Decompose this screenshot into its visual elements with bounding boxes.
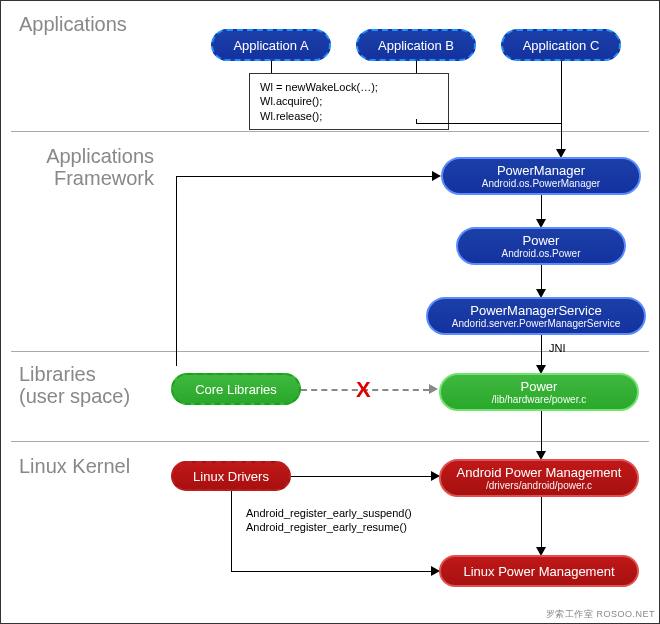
line-framework-down — [176, 176, 177, 366]
arrowhead-framework-pm — [432, 171, 441, 181]
line-appA-code — [271, 61, 272, 73]
watermark: 罗索工作室 ROSOO.NET — [546, 608, 655, 621]
line-libpower-apm — [541, 411, 542, 451]
divider-3 — [11, 441, 649, 442]
line-drivers-apm — [291, 476, 431, 477]
core-libraries-pill: Core Libraries — [171, 373, 301, 405]
app-a-pill: Application A — [211, 29, 331, 61]
line-apm-lpm — [541, 497, 542, 547]
code-box: Wl = newWakeLock(…); Wl.acquire(); Wl.re… — [249, 73, 449, 130]
linux-pm-pill: Linux Power Management — [439, 555, 639, 587]
line-framework-to-pm — [176, 176, 432, 177]
section-kernel: Linux Kernel — [19, 455, 130, 477]
linux-drivers-pill: Linux Drivers — [171, 461, 291, 491]
x-mark: X — [356, 377, 371, 403]
power-pill: Power Android.os.Power — [456, 227, 626, 265]
section-applications: Applications — [19, 13, 127, 35]
jni-label: JNI — [549, 341, 566, 355]
line-drivers-across — [231, 571, 431, 572]
line-power-pms — [541, 265, 542, 289]
register-note: Android_register_early_suspend() Android… — [246, 506, 412, 535]
app-c-pill: Application C — [501, 29, 621, 61]
arrowhead-core-power — [429, 384, 438, 394]
section-framework: Applications Framework — [19, 145, 154, 189]
line-pm-power — [541, 195, 542, 219]
line-codebox-right — [416, 123, 562, 124]
section-libraries: Libraries (user space) — [19, 363, 130, 407]
lib-power-pill: Power /lib/hardware/power.c — [439, 373, 639, 411]
line-appB-code — [416, 61, 417, 73]
diagram-canvas: Applications Applications Framework Libr… — [0, 0, 660, 624]
android-pm-pill: Android Power Management /drivers/androi… — [439, 459, 639, 497]
line-pms-libpower — [541, 335, 542, 365]
line-drivers-down — [231, 491, 232, 571]
app-b-pill: Application B — [356, 29, 476, 61]
line-codebox-stub — [416, 119, 417, 124]
line-appC-down — [561, 61, 562, 149]
divider-1 — [11, 131, 649, 132]
power-manager-pill: PowerManager Android.os.PowerManager — [441, 157, 641, 195]
power-manager-service-pill: PowerManagerService Andorid.server.Power… — [426, 297, 646, 335]
